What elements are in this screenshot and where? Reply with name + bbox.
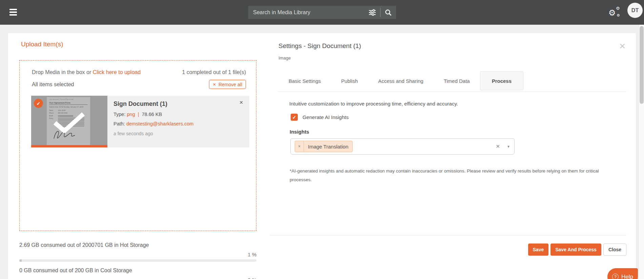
item-type-value: png	[127, 112, 135, 117]
search-input[interactable]	[248, 6, 365, 19]
media-library-search	[248, 6, 396, 19]
upload-progress-bar	[31, 145, 107, 147]
remove-all-x-icon: ✕	[213, 82, 216, 87]
item-path-line: Path: demstesting@sharklasers.com	[113, 121, 243, 126]
tabs-divider	[278, 92, 626, 92]
top-navigation-bar: ⚙ ⚙ ⚙ DT	[0, 0, 644, 25]
help-label: Help	[621, 274, 633, 279]
select-clear-icon[interactable]: ✕	[496, 143, 500, 149]
user-avatar[interactable]: DT	[627, 3, 643, 18]
doc-header-line: User agreement - Final and Sign (ready)	[49, 98, 88, 100]
item-size: 78.66 KB	[142, 112, 162, 117]
item-path-value[interactable]: demstesting@sharklasers.com	[126, 121, 193, 126]
media-dropzone[interactable]: Drop Media in the box or Click here to u…	[19, 60, 256, 231]
tab-timed-data[interactable]: Timed Data	[434, 71, 480, 90]
selected-check-badge-icon[interactable]: ✓	[34, 99, 43, 108]
upload-settings-card: Upload Item(s) Drop Media in the box or …	[8, 33, 636, 279]
cool-storage-percent: 0 %	[19, 277, 256, 279]
dropzone-prompt: Drop Media in the box or Click here to u…	[32, 69, 141, 75]
hamburger-menu-icon[interactable]	[9, 9, 17, 16]
tab-process[interactable]: Process	[480, 71, 523, 90]
help-question-icon: ?	[612, 274, 619, 279]
settings-close-icon[interactable]: ✕	[619, 42, 626, 50]
remove-all-button[interactable]: ✕ Remove all	[209, 80, 246, 89]
settings-media-type: Image	[278, 55, 291, 61]
storage-usage-section: 2.69 GB consumed out of 2000701 GB in Ho…	[19, 242, 256, 279]
uploaded-item-row[interactable]: User agreement - Final and Sign (ready) …	[31, 96, 249, 147]
settings-gears-icon[interactable]: ⚙ ⚙ ⚙	[608, 6, 622, 19]
doc-meta: Submit time: 21:52 Sunday, January 17, 2…	[49, 106, 88, 108]
help-button[interactable]: ? Help	[607, 268, 638, 279]
remove-all-label: Remove all	[219, 82, 242, 87]
scrollbar-thumb[interactable]	[640, 26, 644, 104]
insights-label: Insights	[290, 129, 309, 135]
insight-chip-image-translation: × Image Translation	[295, 141, 353, 152]
doc-title: User Agreement Form	[49, 102, 88, 105]
item-thumbnail: User agreement - Final and Sign (ready) …	[31, 96, 107, 147]
cool-storage-label: 0 GB consumed out of 200 GB in Cool Stor…	[19, 268, 256, 274]
click-to-upload-link[interactable]: Click here to upload	[93, 69, 141, 75]
generate-ai-insights-label: Generate AI Insights	[303, 114, 349, 120]
generate-ai-insights-row[interactable]: ✓ Generate AI Insights	[291, 114, 349, 121]
insights-multiselect[interactable]: × Image Translation ✕ ▼	[290, 138, 515, 155]
search-filter-icon[interactable]	[365, 6, 380, 19]
item-details: Sign Document (1) ✕ Type: png | 78.66 KB…	[107, 96, 249, 147]
chip-remove-icon[interactable]: ×	[295, 141, 304, 152]
settings-panel-title: Settings - Sign Document (1)	[278, 42, 361, 50]
page-background: Upload Item(s) Drop Media in the box or …	[0, 25, 639, 279]
tab-access-and-sharing[interactable]: Access and Sharing	[368, 71, 433, 90]
upload-panel-title: Upload Item(s)	[21, 41, 63, 48]
generate-ai-insights-checkbox[interactable]: ✓	[291, 114, 298, 121]
select-dropdown-arrow-icon[interactable]: ▼	[507, 145, 510, 148]
item-timestamp: a few seconds ago	[113, 131, 243, 136]
tab-publish[interactable]: Publish	[331, 71, 368, 90]
item-name: Sign Document (1)	[113, 100, 243, 108]
dropzone-prompt-text: Drop Media in the box or	[32, 69, 93, 75]
hot-storage-percent: 1 %	[19, 252, 256, 257]
hot-storage-bar	[19, 259, 256, 262]
chip-label: Image Translation	[304, 144, 352, 149]
upload-completed-status: 1 completed out of 1 file(s)	[182, 69, 246, 75]
item-close-icon[interactable]: ✕	[239, 100, 243, 105]
window-scrollbar[interactable]	[639, 25, 644, 279]
footer-buttons: Save Save And Process Close	[269, 243, 626, 256]
selection-status: All items selected	[32, 82, 74, 88]
save-and-process-button[interactable]: Save And Process	[550, 243, 601, 256]
footer-divider	[269, 235, 626, 235]
search-icon[interactable]	[380, 6, 396, 19]
hot-storage-label: 2.69 GB consumed out of 2000701 GB in Ho…	[19, 242, 256, 248]
item-type-line: Type: png | 78.66 KB	[113, 112, 243, 117]
tab-basic-settings[interactable]: Basic Settings	[278, 71, 331, 90]
upload-success-check-icon	[52, 112, 86, 133]
save-button[interactable]: Save	[528, 243, 549, 256]
close-button[interactable]: Close	[603, 243, 626, 256]
process-description: Intuitive customization to improve proce…	[289, 101, 458, 107]
settings-tabs: Basic Settings Publish Access and Sharin…	[278, 71, 523, 90]
ai-disclaimer-text: *AI-generated insights and automatic red…	[290, 167, 608, 184]
